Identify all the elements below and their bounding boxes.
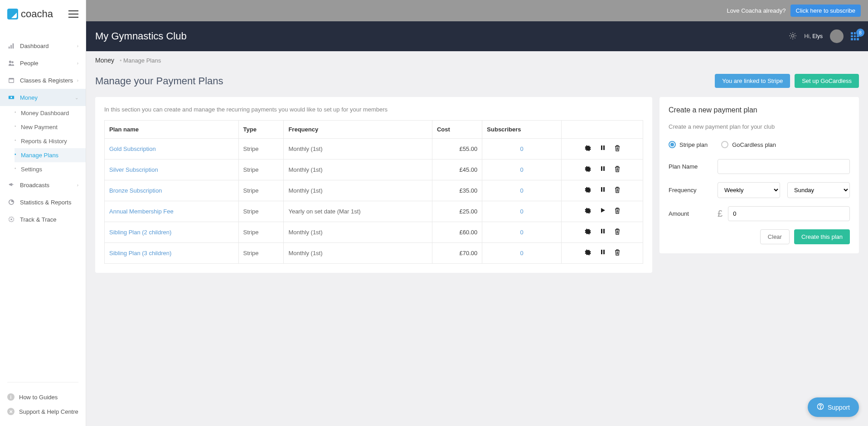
people-icon [7, 59, 15, 67]
menu-toggle-icon[interactable] [68, 10, 78, 18]
row-amount: Amount £ [669, 206, 850, 221]
plan-type: Stripe [238, 160, 284, 180]
play-icon[interactable] [600, 208, 606, 215]
sidebar-header: coacha [0, 0, 86, 28]
svg-point-11 [10, 218, 12, 220]
nav-track-trace[interactable]: Track & Trace [0, 211, 86, 228]
subscribers-link[interactable]: 0 [520, 166, 524, 173]
logo-mark-icon [7, 9, 18, 19]
svg-rect-21 [601, 250, 602, 254]
subscribers-link[interactable]: 0 [520, 208, 524, 215]
subscribers-link[interactable]: 0 [520, 187, 524, 194]
trash-icon[interactable] [615, 208, 620, 215]
plan-name-link[interactable]: Annual Membership Fee [109, 208, 174, 215]
gear-icon[interactable] [585, 208, 591, 215]
plan-name-link[interactable]: Bronze Subscription [109, 187, 162, 194]
breadcrumb-main: Money [95, 57, 114, 64]
apps-grid-icon[interactable]: 8 [851, 32, 859, 40]
svg-point-24 [820, 408, 820, 408]
subscribe-button[interactable]: Click here to subscribe [790, 5, 861, 17]
amount-input[interactable] [728, 206, 850, 221]
nav-people[interactable]: People › [0, 54, 86, 72]
gear-icon[interactable] [585, 249, 591, 257]
plan-cost: £70.00 [432, 243, 482, 264]
nav-classes[interactable]: Classes & Registers › [0, 72, 86, 89]
svg-point-3 [9, 61, 11, 63]
plan-type-radios: Stripe plan GoCardless plan [669, 141, 850, 148]
avatar[interactable] [830, 29, 844, 43]
trash-icon[interactable] [615, 187, 620, 194]
subnav-new-payment[interactable]: New Payment [15, 120, 86, 134]
plan-name-input[interactable] [718, 159, 850, 174]
create-plan-button[interactable]: Create this plan [794, 229, 850, 244]
gocardless-setup-button[interactable]: Set up GoCardless [795, 74, 859, 88]
plan-name-link[interactable]: Gold Subscription [109, 145, 156, 152]
pause-icon[interactable] [600, 249, 606, 257]
pause-icon[interactable] [600, 145, 606, 153]
gear-icon[interactable] [585, 187, 591, 194]
section-description: In this section you can create and manag… [104, 106, 643, 113]
svg-point-8 [10, 97, 12, 98]
subscribers-link[interactable]: 0 [520, 229, 524, 236]
svg-rect-9 [12, 184, 14, 185]
logo[interactable]: coacha [7, 8, 53, 20]
plan-cost: £35.00 [432, 180, 482, 201]
subscribers-link[interactable]: 0 [520, 145, 524, 152]
nav-money[interactable]: Money ⌄ [0, 89, 86, 106]
subnav-manage-plans[interactable]: Manage Plans [15, 148, 86, 162]
pause-icon[interactable] [600, 228, 606, 236]
plan-name-link[interactable]: Sibling Plan (2 children) [109, 229, 171, 236]
day-select[interactable]: Sunday [787, 182, 850, 198]
subscribers-link[interactable]: 0 [520, 250, 524, 257]
plan-name-link[interactable]: Sibling Plan (3 children) [109, 250, 171, 257]
trash-icon[interactable] [615, 166, 620, 174]
nav-statistics[interactable]: Statistics & Reports [0, 194, 86, 211]
nav-label: Track & Trace [20, 216, 56, 223]
frequency-select[interactable]: Weekly [718, 182, 780, 198]
header: My Gymnastics Club Hi, Elys 8 [86, 21, 868, 51]
radio-gocardless[interactable]: GoCardless plan [721, 141, 776, 148]
support-fab[interactable]: Support [808, 397, 859, 417]
notification-badge: 8 [856, 29, 864, 37]
subnav-reports[interactable]: Reports & History [15, 134, 86, 148]
svg-rect-16 [603, 166, 605, 171]
trash-icon[interactable] [615, 228, 620, 236]
create-plan-card: Create a new payment plan Create a new p… [659, 97, 859, 253]
subnav-money-dashboard[interactable]: Money Dashboard [15, 106, 86, 120]
content: In this section you can create and manag… [86, 97, 868, 291]
breadcrumb-sub: Manage Plans [116, 57, 161, 64]
chevron-right-icon: › [77, 183, 78, 188]
plan-cost: £25.00 [432, 201, 482, 222]
pause-icon[interactable] [600, 187, 606, 194]
plan-cost: £45.00 [432, 160, 482, 180]
radio-stripe[interactable]: Stripe plan [669, 141, 708, 148]
th-type: Type [238, 121, 284, 139]
plan-frequency: Monthly (1st) [284, 180, 432, 201]
svg-rect-2 [13, 44, 14, 48]
plan-frequency: Monthly (1st) [284, 222, 432, 243]
th-subscribers: Subscribers [482, 121, 562, 139]
svg-rect-6 [9, 78, 14, 80]
footer-guides[interactable]: i How to Guides [7, 390, 78, 404]
question-icon [817, 403, 824, 411]
clear-button[interactable]: Clear [760, 229, 790, 244]
plan-name-link[interactable]: Silver Subscription [109, 166, 158, 173]
money-icon [7, 93, 15, 102]
trash-icon[interactable] [615, 145, 620, 153]
settings-icon[interactable] [789, 32, 797, 41]
trash-icon[interactable] [615, 249, 620, 257]
promo-text: Love Coacha already? [727, 7, 786, 14]
svg-rect-17 [601, 187, 602, 192]
footer-support[interactable]: ✕ Support & Help Centre [7, 404, 78, 419]
nav-broadcasts[interactable]: Broadcasts › [0, 176, 86, 194]
promo-bar: Love Coacha already? Click here to subsc… [86, 0, 868, 21]
pause-icon[interactable] [600, 166, 606, 174]
nav-dashboard[interactable]: Dashboard › [0, 37, 86, 54]
stripe-status-button[interactable]: You are linked to Stripe [715, 74, 790, 88]
gear-icon[interactable] [585, 145, 591, 153]
sidebar: coacha Dashboard › People › Classes & Re… [0, 0, 86, 426]
subnav-settings[interactable]: Settings [15, 162, 86, 176]
megaphone-icon [7, 181, 15, 189]
gear-icon[interactable] [585, 228, 591, 236]
gear-icon[interactable] [585, 166, 591, 174]
